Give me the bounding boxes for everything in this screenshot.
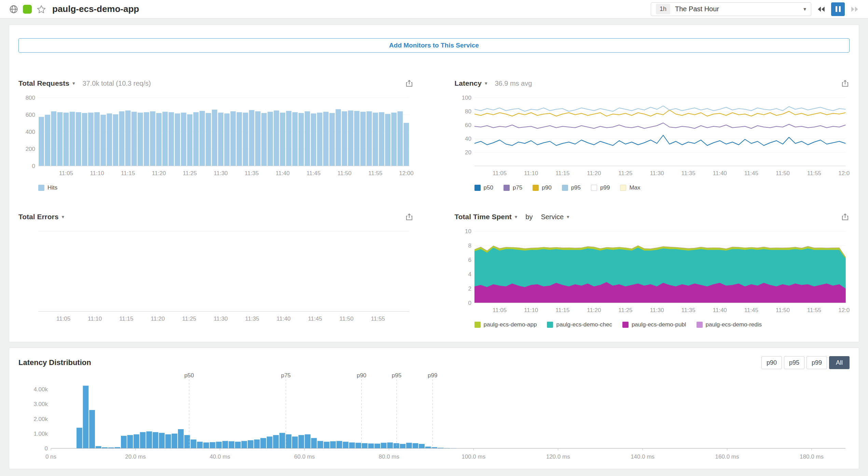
service-status-square — [23, 5, 32, 14]
time-spent-chart: 024681011:0511:1011:1511:2011:2511:3011:… — [455, 228, 850, 317]
svg-text:0 ns: 0 ns — [45, 453, 56, 460]
svg-text:160.0 ms: 160.0 ms — [715, 453, 739, 460]
legend-label: p95 — [571, 184, 581, 191]
total-errors-chart: 11:0511:1011:1511:2011:2511:3011:3511:40… — [18, 228, 414, 325]
latency-distribution-plot[interactable]: 01.00k2.00k3.00k4.00k0 ns20.0 ms40.0 ms6… — [18, 372, 850, 462]
legend-item-paulg-ecs-demo-redis[interactable]: paulg-ecs-demo-redis — [697, 321, 762, 328]
svg-text:p95: p95 — [392, 372, 401, 379]
svg-text:400: 400 — [26, 129, 35, 135]
chevron-down-icon: ▾ — [803, 6, 806, 12]
legend-item-paulg-ecs-demo-chec[interactable]: paulg-ecs-demo-chec — [547, 321, 612, 328]
legend-label: p75 — [513, 184, 522, 191]
group-by-dropdown[interactable]: Service ▾ — [541, 213, 569, 221]
legend-item-Hits[interactable]: Hits — [38, 184, 57, 191]
time-spent-legend: paulg-ecs-demo-apppaulg-ecs-demo-checpau… — [474, 321, 850, 328]
export-icon[interactable] — [841, 212, 850, 221]
globe-icon — [9, 4, 18, 14]
total-errors-plot[interactable]: 11:0511:1011:1511:2011:2511:3011:3511:40… — [18, 228, 414, 325]
add-monitors-button[interactable]: Add Monitors to This Service — [18, 38, 850, 53]
chart-title: Total Requests — [18, 79, 69, 87]
svg-text:11:25: 11:25 — [618, 170, 632, 177]
legend-item-p95[interactable]: p95 — [562, 184, 581, 191]
svg-text:11:10: 11:10 — [524, 170, 538, 177]
latency-distribution-title: Latency Distribution — [18, 358, 91, 367]
chart-header: Total Requests ▾ 37.0k total (10.3 req/s… — [18, 76, 414, 90]
svg-text:11:05: 11:05 — [493, 307, 507, 313]
legend-item-Max[interactable]: Max — [620, 184, 640, 191]
svg-text:80.0 ms: 80.0 ms — [379, 453, 399, 460]
svg-text:11:30: 11:30 — [213, 316, 228, 322]
svg-text:11:25: 11:25 — [182, 316, 196, 322]
svg-text:2: 2 — [468, 285, 471, 292]
svg-text:0: 0 — [468, 300, 471, 306]
chart-header: Total Errors ▾ — [18, 210, 414, 224]
latency-metric-dropdown[interactable]: Latency ▾ — [455, 79, 487, 87]
svg-text:11:15: 11:15 — [121, 170, 135, 177]
svg-text:11:50: 11:50 — [337, 170, 352, 177]
svg-text:11:05: 11:05 — [59, 170, 73, 177]
total-requests-metric-dropdown[interactable]: Total Requests ▾ — [18, 79, 75, 87]
svg-text:40: 40 — [465, 136, 471, 142]
svg-text:60.0 ms: 60.0 ms — [294, 453, 315, 460]
service-overview-card: Add Monitors to This Service Total Reque… — [9, 25, 859, 342]
svg-text:11:20: 11:20 — [587, 170, 601, 177]
forward-button[interactable] — [850, 5, 859, 14]
legend-swatch — [562, 185, 568, 191]
svg-text:600: 600 — [26, 112, 35, 118]
svg-text:11:30: 11:30 — [650, 170, 664, 177]
toggle-p90[interactable]: p90 — [761, 356, 782, 369]
chart-subtitle: 36.9 ms avg — [495, 80, 532, 87]
svg-text:20.0 ms: 20.0 ms — [125, 453, 146, 460]
legend-swatch — [504, 185, 510, 191]
legend-swatch — [622, 322, 629, 328]
legend-item-p50[interactable]: p50 — [474, 184, 493, 191]
latency-plot[interactable]: 2040608010011:0511:1011:1511:2011:2511:3… — [455, 94, 850, 180]
svg-text:11:15: 11:15 — [555, 170, 569, 177]
legend-swatch — [591, 185, 597, 191]
svg-text:4.00k: 4.00k — [33, 386, 48, 393]
svg-text:11:30: 11:30 — [214, 170, 228, 177]
time-range-selector[interactable]: 1h The Past Hour ▾ — [651, 2, 811, 16]
legend-item-paulg-ecs-demo-app[interactable]: paulg-ecs-demo-app — [474, 321, 537, 328]
pause-button[interactable] — [831, 2, 845, 16]
legend-swatch — [620, 185, 626, 191]
chart-total-requests: Total Requests ▾ 37.0k total (10.3 req/s… — [18, 76, 414, 191]
rewind-button[interactable] — [817, 5, 826, 14]
export-icon[interactable] — [405, 212, 414, 221]
toggle-all[interactable]: All — [829, 356, 850, 369]
by-label: by — [525, 213, 533, 221]
time-range-chip: 1h — [656, 4, 670, 14]
svg-text:11:50: 11:50 — [340, 316, 354, 322]
total-errors-metric-dropdown[interactable]: Total Errors ▾ — [18, 213, 64, 221]
svg-text:40.0 ms: 40.0 ms — [210, 453, 230, 460]
svg-text:60: 60 — [465, 122, 471, 128]
legend-swatch — [474, 322, 481, 328]
legend-item-p75[interactable]: p75 — [504, 184, 522, 191]
percentile-toggle-group: p90 p95 p99 All — [761, 356, 850, 369]
legend-item-p99[interactable]: p99 — [591, 184, 610, 191]
chevron-down-icon: ▾ — [567, 214, 569, 220]
latency-distribution-chart: 01.00k2.00k3.00k4.00k0 ns20.0 ms40.0 ms6… — [18, 372, 850, 462]
svg-text:11:35: 11:35 — [681, 307, 695, 313]
legend-item-p90[interactable]: p90 — [533, 184, 551, 191]
svg-text:140.0 ms: 140.0 ms — [631, 453, 655, 460]
svg-text:80: 80 — [465, 108, 471, 115]
chart-subtitle: 37.0k total (10.3 req/s) — [83, 80, 151, 87]
export-icon[interactable] — [405, 79, 414, 88]
svg-text:180.0 ms: 180.0 ms — [800, 453, 824, 460]
toggle-p95[interactable]: p95 — [784, 356, 804, 369]
chart-title: Latency — [455, 79, 482, 87]
time-spent-metric-dropdown[interactable]: Total Time Spent ▾ — [455, 213, 518, 221]
svg-text:100: 100 — [461, 95, 471, 101]
star-icon[interactable] — [36, 4, 46, 14]
toggle-p99[interactable]: p99 — [807, 356, 827, 369]
total-requests-chart: 020040060080011:0511:1011:1511:2011:2511… — [18, 94, 414, 180]
time-spent-plot[interactable]: 024681011:0511:1011:1511:2011:2511:3011:… — [455, 228, 850, 317]
svg-text:11:25: 11:25 — [618, 307, 632, 313]
legend-item-paulg-ecs-demo-publ[interactable]: paulg-ecs-demo-publ — [622, 321, 686, 328]
svg-text:11:20: 11:20 — [587, 307, 601, 313]
total-requests-plot[interactable]: 020040060080011:0511:1011:1511:2011:2511… — [18, 94, 414, 180]
export-icon[interactable] — [841, 79, 850, 88]
app-header: paulg-ecs-demo-app 1h The Past Hour ▾ — [0, 0, 868, 18]
pause-icon — [836, 6, 837, 12]
